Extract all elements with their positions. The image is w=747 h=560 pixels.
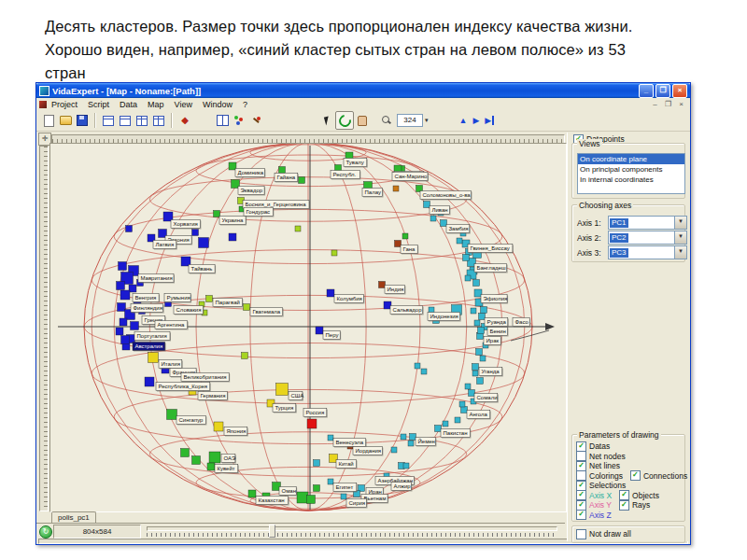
data-point[interactable] [119, 262, 127, 271]
data-point[interactable] [465, 275, 471, 281]
data-point[interactable] [477, 378, 484, 385]
view-option-1[interactable]: On principal components [578, 164, 684, 175]
data-point[interactable] [379, 282, 386, 288]
zoom-trackbar[interactable] [145, 525, 559, 537]
views-listbox[interactable]: On coordinate planeOn principal componen… [577, 153, 685, 194]
minimize-button[interactable]: _ [639, 84, 654, 98]
select-cursor-button[interactable] [318, 112, 335, 129]
data-point[interactable] [145, 377, 154, 386]
data-point[interactable] [328, 435, 333, 441]
data-point[interactable] [474, 320, 480, 326]
map-canvas[interactable]: ЭквадорДоминикаГайанаРеспубл.МонголияТув… [49, 143, 567, 512]
data-point[interactable] [421, 369, 427, 374]
data-point[interactable] [297, 492, 308, 503]
data-point[interactable] [148, 353, 159, 363]
data-point[interactable] [443, 421, 448, 427]
view-option-2[interactable]: In internal coordinates [578, 175, 684, 185]
data-point[interactable] [441, 220, 447, 227]
checkbox-axis-z[interactable]: ✓ [576, 510, 586, 520]
data-point[interactable] [463, 255, 470, 261]
data-point[interactable] [473, 280, 480, 287]
menu-item-data[interactable]: Data [120, 100, 137, 109]
step-up-button[interactable]: ▲ [459, 116, 468, 125]
data-point[interactable] [314, 485, 320, 492]
open-file-button[interactable] [57, 112, 74, 129]
data-point[interactable] [295, 226, 301, 231]
layout-mixed-button[interactable] [150, 112, 167, 129]
data-point[interactable] [206, 296, 213, 302]
checkbox-net-lines[interactable]: ✓ [576, 461, 586, 471]
data-table-button[interactable] [214, 112, 231, 129]
data-point[interactable] [120, 318, 127, 326]
data-point[interactable] [192, 230, 199, 236]
data-point[interactable] [131, 322, 139, 330]
menu-item-window[interactable]: Window [203, 100, 233, 109]
zoom-value-input[interactable]: 324 [397, 114, 423, 127]
close-button[interactable]: × [672, 84, 687, 98]
data-point[interactable] [316, 327, 323, 334]
skip-end-button[interactable]: ▶ [485, 116, 494, 125]
refresh-button[interactable]: ↻ [39, 525, 52, 539]
data-point[interactable] [479, 314, 486, 320]
play-button[interactable]: ▶ [472, 116, 479, 125]
checkbox-axis-x[interactable]: ✓ [576, 490, 586, 500]
data-point[interactable] [199, 238, 209, 248]
data-point[interactable] [480, 356, 486, 361]
trackbar-thumb[interactable] [269, 525, 275, 538]
data-point[interactable] [248, 490, 256, 497]
data-point[interactable] [192, 456, 201, 465]
restore-button[interactable]: ❐ [655, 84, 670, 98]
save-button[interactable] [74, 112, 91, 129]
sphere-map[interactable]: ЭквадорДоминикаГайанаРеспубл.МонголияТув… [50, 144, 566, 511]
data-point[interactable] [276, 384, 289, 396]
data-point[interactable] [472, 364, 479, 371]
data-point[interactable] [391, 447, 397, 453]
data-point[interactable] [472, 371, 478, 376]
checkbox-datas[interactable]: ✓ [576, 441, 586, 452]
data-point[interactable] [465, 384, 471, 389]
checkbox-selections[interactable]: ✓ [576, 481, 586, 491]
menu-item-project[interactable]: Project [51, 100, 78, 109]
axis-combo[interactable]: PC1▼ [608, 216, 687, 230]
pan-tool-button[interactable] [354, 112, 371, 129]
data-point[interactable] [478, 328, 485, 334]
data-point[interactable] [299, 177, 305, 184]
data-point[interactable] [435, 426, 442, 432]
data-point[interactable] [117, 282, 125, 290]
data-point[interactable] [207, 463, 215, 470]
menu-item-map[interactable]: Map [148, 100, 164, 109]
checkbox-connections[interactable]: ✓ [630, 470, 641, 481]
data-point[interactable] [214, 422, 223, 431]
checkbox-objects[interactable]: ✓ [619, 490, 629, 500]
data-point[interactable] [469, 390, 475, 397]
data-point[interactable] [229, 233, 236, 241]
combo-dropdown-icon[interactable]: ▼ [674, 217, 686, 229]
view-option-0[interactable]: On coordinate plane [578, 154, 684, 164]
zoom-dropdown[interactable]: ▾ [425, 117, 429, 124]
data-point[interactable] [429, 307, 434, 313]
data-point[interactable] [481, 307, 487, 314]
data-point[interactable] [116, 328, 123, 335]
checkbox-axis-y[interactable]: ✓ [576, 500, 586, 511]
layout-cascade-button[interactable] [100, 112, 117, 129]
axis-combo[interactable]: PC3▼ [608, 245, 687, 259]
data-point[interactable] [459, 401, 465, 407]
data-point[interactable] [209, 452, 220, 463]
layout-vertical-button[interactable] [134, 112, 150, 129]
data-point[interactable] [327, 289, 334, 297]
not-draw-all-row[interactable]: Not draw all [572, 526, 684, 539]
diamond-tool-button[interactable]: ◆ [176, 112, 193, 129]
data-point[interactable] [476, 349, 483, 356]
data-point[interactable] [410, 434, 416, 441]
data-point[interactable] [181, 449, 190, 457]
data-point[interactable] [121, 336, 130, 344]
data-point[interactable] [455, 417, 460, 423]
pin-button[interactable] [247, 112, 264, 129]
mdi-window-controls[interactable]: ‒ ❐ × [653, 100, 686, 108]
data-point[interactable] [167, 410, 177, 420]
clusters-button[interactable] [231, 112, 247, 129]
data-point[interactable] [307, 496, 316, 504]
combo-dropdown-icon[interactable]: ▼ [674, 246, 686, 259]
data-point[interactable] [242, 353, 248, 359]
data-point[interactable] [126, 226, 133, 232]
